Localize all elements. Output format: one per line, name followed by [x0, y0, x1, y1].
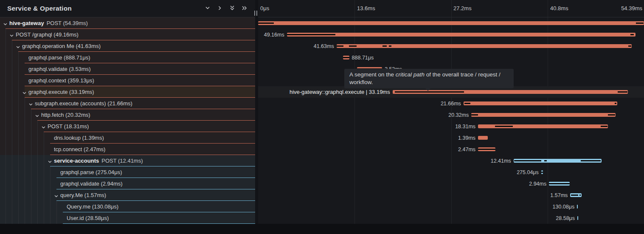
span-bar-row[interactable]: 28.58μs — [258, 212, 644, 224]
chevron-down-icon[interactable] — [16, 44, 21, 49]
span-bar-row[interactable]: 12.41ms — [258, 155, 644, 166]
span-name-row[interactable]: graphql.validate (3.53ms) — [0, 63, 255, 75]
panel-splitter[interactable] — [255, 0, 258, 224]
span-name-row[interactable]: subgraph.execute (accounts) (21.66ms) — [0, 98, 255, 109]
span-name-row[interactable]: graphql.validate (2.94ms) — [0, 178, 255, 189]
chevron-down-icon[interactable] — [54, 193, 59, 198]
timeline-tick-label: 40.8ms — [550, 5, 568, 11]
span-row-border — [50, 155, 255, 155]
span-bar[interactable] — [478, 136, 488, 140]
span-bar[interactable] — [464, 101, 617, 105]
span-name-row[interactable]: graphql.parse (888.71μs) — [0, 52, 255, 63]
indent-guide — [18, 155, 19, 166]
span-row-border — [56, 178, 255, 178]
critical-path-segment — [287, 34, 335, 35]
span-bar[interactable] — [471, 113, 616, 117]
critical-path-segment — [608, 114, 615, 116]
indent-guide — [25, 155, 25, 166]
indent-guide — [44, 144, 44, 155]
span-bar-row[interactable] — [258, 17, 644, 29]
span-bar-row[interactable]: 18.31ms — [258, 121, 644, 132]
chevron-down-icon[interactable] — [28, 101, 34, 106]
indent-guide — [44, 178, 44, 189]
indent-guide — [31, 121, 31, 132]
span-bar[interactable] — [577, 205, 578, 209]
chevron-down-icon[interactable] — [35, 113, 40, 118]
tooltip-text-line1: A segment on the critical path of the ov… — [349, 71, 509, 79]
indent-guide — [6, 75, 6, 86]
chevron-down-icon[interactable] — [3, 21, 8, 26]
operation-name: POST (54.39ms) — [47, 20, 88, 26]
operation-name: POST (12.41ms) — [101, 158, 143, 164]
panel-resize-handle[interactable] — [253, 11, 258, 16]
expand-all-button[interactable] — [229, 6, 236, 12]
span-name-label: graphql.parse (275.04μs) — [60, 169, 122, 175]
span-name-row[interactable]: hive-gatewayPOST (54.39ms) — [0, 17, 255, 29]
span-name-row[interactable]: graphql.operation Me (41.63ms) — [0, 40, 255, 52]
span-name-label: subgraph.execute (accounts) (21.66ms) — [35, 100, 132, 107]
indent-guide — [6, 63, 6, 75]
timeline-tick-label: 27.2ms — [453, 5, 472, 11]
span-duration-label: 20.32ms — [448, 112, 469, 118]
expand-one-level-button[interactable] — [204, 6, 211, 12]
span-name-row[interactable]: tcp.connect (2.47ms) — [0, 144, 255, 155]
critical-path-segment — [395, 91, 464, 93]
span-bar-row[interactable]: 1.39ms — [258, 132, 644, 144]
indent-guide — [12, 201, 12, 212]
span-bar-row[interactable]: 888.71μs — [258, 52, 644, 63]
indent-guide — [18, 75, 19, 86]
critical-path-segment — [544, 160, 547, 161]
tooltip-text-line2: workflow. — [349, 79, 509, 86]
span-name-row[interactable]: dns.lookup (1.39ms) — [0, 132, 255, 144]
span-name-row[interactable]: graphql.context (359.13μs) — [0, 75, 255, 86]
indent-guide — [18, 121, 19, 132]
indent-guide — [25, 121, 25, 132]
indent-guide — [44, 155, 44, 166]
span-bar-row[interactable]: 49.16ms — [258, 29, 644, 40]
span-bar-row[interactable]: 41.63ms — [258, 40, 644, 52]
span-name-row[interactable]: service-accountsPOST (12.41ms) — [0, 155, 255, 166]
span-name-row[interactable]: query.Me (1.57ms) — [0, 189, 255, 201]
indent-guide — [25, 178, 25, 189]
span-bar[interactable] — [258, 21, 644, 25]
service-operation-title: Service & Operation — [7, 5, 72, 12]
timeline-tick-label: 54.39ms — [621, 5, 642, 11]
chevron-down-icon[interactable] — [41, 124, 46, 129]
collapse-one-level-button[interactable] — [217, 6, 223, 12]
span-name-row[interactable]: graphql.parse (275.04μs) — [0, 166, 255, 178]
collapse-all-button[interactable] — [241, 6, 248, 12]
span-bar-row[interactable]: 1.57ms — [258, 189, 644, 201]
indent-guide — [25, 212, 25, 224]
span-bar[interactable] — [337, 44, 632, 48]
critical-path-segment — [601, 126, 607, 127]
span-name-row[interactable]: http.fetch (20.32ms) — [0, 109, 255, 121]
span-name-row[interactable]: User.id (28.58μs) — [0, 212, 255, 224]
span-bar-row[interactable]: 130.08μs — [258, 201, 644, 212]
span-name-row[interactable]: Query.me (130.08μs) — [0, 201, 255, 212]
span-bar-row[interactable]: 20.32ms — [258, 109, 644, 121]
span-name-row[interactable]: graphql.execute (33.19ms) — [0, 86, 255, 98]
span-name-row[interactable]: POST /graphql (49.16ms) — [0, 29, 255, 40]
indent-guide — [37, 166, 38, 178]
span-duration-label: 28.58μs — [556, 215, 575, 221]
indent-guide — [12, 121, 12, 132]
span-bar-row[interactable]: 2.94ms — [258, 178, 644, 189]
span-name-label: User.id (28.58μs) — [67, 215, 109, 221]
span-bar-row[interactable]: 275.04μs — [258, 166, 644, 178]
critical-path-segment — [549, 183, 569, 184]
indent-guide — [6, 201, 6, 212]
span-row-border — [6, 28, 255, 29]
span-name-row[interactable]: POST (18.31ms) — [0, 121, 255, 132]
chevron-down-icon[interactable] — [22, 90, 27, 95]
span-bar[interactable] — [577, 216, 578, 220]
indent-guide — [37, 178, 38, 189]
indent-guide — [37, 212, 38, 224]
span-bar[interactable] — [287, 33, 636, 37]
indent-guide — [37, 144, 38, 155]
span-bar-row[interactable]: 2.47ms — [258, 144, 644, 155]
span-bar-row[interactable]: 21.66ms — [258, 98, 644, 109]
span-row-border — [56, 200, 255, 201]
chevron-down-icon[interactable] — [48, 158, 53, 164]
critical-path-segment — [636, 23, 644, 24]
chevron-down-icon[interactable] — [9, 32, 14, 37]
